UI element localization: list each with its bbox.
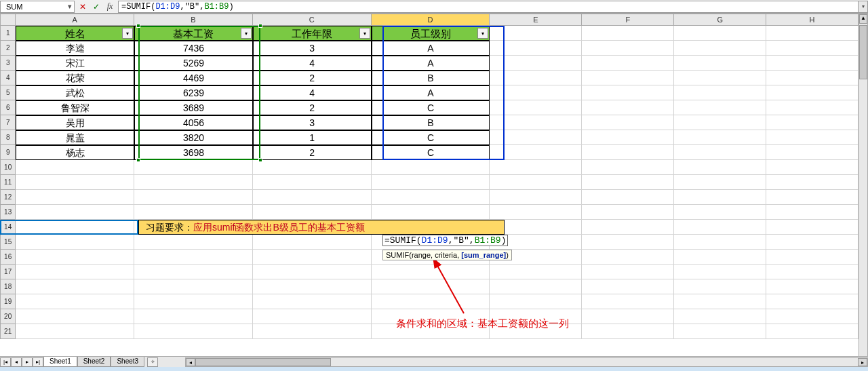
name-box[interactable]: SUM ▾ — [0, 1, 75, 13]
cell[interactable] — [16, 279, 134, 294]
row-header[interactable]: 13 — [0, 205, 16, 220]
cell[interactable]: B — [372, 71, 490, 85]
cell[interactable] — [134, 250, 253, 265]
scroll-left-icon[interactable]: ◂ — [186, 358, 195, 366]
cell[interactable] — [674, 85, 766, 100]
sheet-tab-sheet2[interactable]: Sheet2 — [77, 357, 111, 367]
cell[interactable]: 5269 — [134, 56, 253, 71]
cell[interactable]: 杨志 — [16, 145, 134, 160]
cell[interactable] — [490, 71, 582, 85]
cell[interactable] — [674, 145, 766, 160]
cell[interactable] — [674, 309, 766, 324]
cell[interactable] — [134, 294, 253, 309]
row-header[interactable]: 20 — [0, 309, 16, 324]
cell[interactable] — [253, 309, 372, 324]
cell[interactable] — [674, 265, 766, 279]
cell[interactable] — [674, 294, 766, 309]
cell[interactable]: 4 — [253, 56, 372, 71]
cell[interactable] — [766, 294, 859, 309]
cell[interactable]: 3 — [253, 115, 372, 130]
sheet-tab-sheet1[interactable]: Sheet1 — [43, 357, 77, 367]
cell[interactable] — [766, 41, 859, 56]
row-header[interactable]: 19 — [0, 294, 16, 309]
cell[interactable] — [582, 145, 674, 160]
cell[interactable] — [674, 220, 766, 235]
cell[interactable]: 6239 — [134, 85, 253, 100]
inline-formula-editor[interactable]: =SUMIF(D1:D9,"B",B1:B9) — [382, 235, 508, 246]
cell[interactable]: A — [372, 85, 490, 100]
column-header-H[interactable]: H — [766, 14, 859, 26]
cell[interactable] — [16, 250, 134, 265]
sheet-nav-first-icon[interactable]: |◂ — [0, 357, 11, 367]
cell[interactable]: 2 — [253, 71, 372, 85]
cell[interactable]: 4056 — [134, 115, 253, 130]
cell[interactable] — [582, 130, 674, 145]
cell[interactable] — [16, 190, 134, 205]
row-header[interactable]: 8 — [0, 130, 16, 145]
cell[interactable] — [766, 279, 859, 294]
cell[interactable]: C — [372, 100, 490, 115]
column-header-E[interactable]: E — [490, 14, 582, 26]
cell[interactable] — [372, 279, 490, 294]
cell[interactable] — [674, 41, 766, 56]
new-sheet-icon[interactable]: ✧ — [147, 357, 158, 367]
cell[interactable] — [674, 190, 766, 205]
cell[interactable] — [766, 115, 859, 130]
row-header[interactable]: 18 — [0, 279, 16, 294]
cell[interactable]: A — [372, 56, 490, 71]
cell[interactable] — [766, 85, 859, 100]
cell[interactable] — [766, 160, 859, 175]
cell[interactable] — [16, 235, 134, 250]
column-header-D[interactable]: D — [372, 14, 490, 26]
row-header[interactable]: 1 — [0, 26, 16, 41]
cell[interactable] — [582, 175, 674, 190]
cell[interactable]: 2 — [253, 100, 372, 115]
cell[interactable] — [582, 100, 674, 115]
cell[interactable] — [134, 265, 253, 279]
scroll-right-icon[interactable]: ▸ — [858, 358, 867, 366]
column-header-G[interactable]: G — [674, 14, 766, 26]
cell[interactable] — [134, 309, 253, 324]
cell[interactable] — [490, 56, 582, 71]
cell[interactable] — [253, 324, 372, 339]
cell[interactable] — [582, 85, 674, 100]
cell[interactable] — [766, 265, 859, 279]
vscroll-thumb[interactable] — [859, 25, 867, 79]
cell[interactable] — [253, 279, 372, 294]
cell[interactable]: 4 — [253, 85, 372, 100]
cell[interactable] — [253, 190, 372, 205]
formula-bar-expand-icon[interactable]: ▾ — [859, 1, 868, 13]
row-header[interactable]: 17 — [0, 265, 16, 279]
cell[interactable] — [16, 294, 134, 309]
cell[interactable] — [766, 175, 859, 190]
cell[interactable]: 员工级别▾ — [372, 26, 490, 41]
cell[interactable] — [674, 130, 766, 145]
cell[interactable] — [490, 160, 582, 175]
cell[interactable] — [582, 71, 674, 85]
cell[interactable] — [674, 160, 766, 175]
row-header[interactable]: 5 — [0, 85, 16, 100]
cell[interactable]: C — [372, 130, 490, 145]
cell[interactable] — [582, 309, 674, 324]
cell[interactable]: B — [372, 115, 490, 130]
cell[interactable]: 3 — [253, 41, 372, 56]
scroll-up-icon[interactable]: ▲ — [859, 14, 867, 24]
cell[interactable] — [490, 205, 582, 220]
cell[interactable]: 1 — [253, 130, 372, 145]
cell[interactable] — [674, 235, 766, 250]
cell[interactable] — [134, 175, 253, 190]
cell[interactable] — [16, 324, 134, 339]
cell[interactable] — [490, 26, 582, 41]
cell[interactable] — [766, 130, 859, 145]
filter-dropdown-icon[interactable]: ▾ — [477, 28, 488, 39]
vertical-scrollbar[interactable]: ▲ — [859, 14, 868, 357]
cell[interactable]: 4469 — [134, 71, 253, 85]
row-header[interactable]: 6 — [0, 100, 16, 115]
cell[interactable] — [253, 160, 372, 175]
row-header[interactable]: 16 — [0, 250, 16, 265]
cell[interactable] — [490, 294, 582, 309]
row-header[interactable]: 3 — [0, 56, 16, 71]
cell[interactable] — [674, 250, 766, 265]
cell[interactable] — [766, 190, 859, 205]
cell[interactable] — [372, 175, 490, 190]
